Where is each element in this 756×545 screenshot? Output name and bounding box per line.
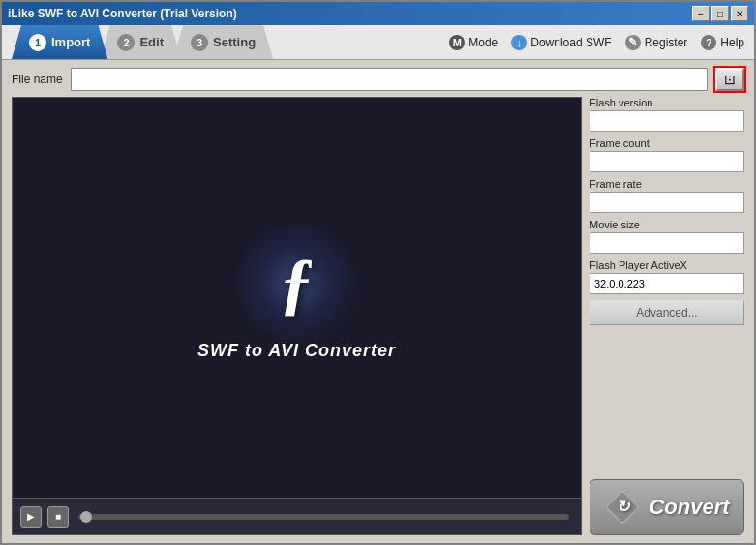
- flash-version-input[interactable]: [590, 110, 744, 132]
- content-row: ƒ SWF to AVI Converter ▶ ■: [12, 97, 744, 535]
- flash-version-label: Flash version: [590, 97, 744, 108]
- convert-icon: ↻: [604, 489, 641, 526]
- mode-icon: M: [449, 35, 465, 50]
- tab-import-num: 1: [29, 34, 46, 51]
- frame-count-input[interactable]: [590, 151, 744, 172]
- movie-size-input[interactable]: [590, 232, 744, 254]
- maximize-button[interactable]: □: [711, 6, 729, 21]
- progress-track[interactable]: [78, 514, 569, 520]
- toolbar-right: M Mode ↓ Download SWF ✎ Register ? Help: [449, 35, 744, 50]
- toolbar: 1 Import 2 Edit 3 Setting M Mode ↓ Downl…: [2, 25, 754, 60]
- help-button[interactable]: ? Help: [701, 35, 744, 50]
- browse-button[interactable]: ⊡: [715, 68, 744, 91]
- flash-icon-wrapper: ƒ: [248, 234, 345, 331]
- frame-rate-field: Frame rate: [590, 178, 744, 213]
- close-button[interactable]: ✕: [731, 6, 748, 21]
- tab-setting-num: 3: [191, 34, 208, 51]
- tab-import-label: Import: [51, 35, 90, 49]
- file-name-label: File name: [12, 73, 63, 86]
- frame-count-field: Frame count: [590, 137, 744, 172]
- play-icon: ▶: [27, 511, 35, 522]
- advanced-button[interactable]: Advanced...: [590, 300, 744, 325]
- browse-icon: ⊡: [724, 72, 736, 87]
- tab-setting[interactable]: 3 Setting: [173, 25, 273, 59]
- window-title: iLike SWF to AVI Converter (Trial Versio…: [8, 7, 237, 20]
- info-panel: Flash version Frame count Frame rate Mov…: [590, 97, 744, 535]
- convert-diamond-svg: ↻: [604, 489, 641, 526]
- frame-rate-label: Frame rate: [590, 178, 744, 190]
- file-name-input[interactable]: [71, 68, 708, 91]
- svg-text:↻: ↻: [617, 499, 631, 515]
- flash-letter: ƒ: [279, 243, 314, 323]
- convert-label: Convert: [649, 495, 729, 520]
- movie-size-label: Movie size: [590, 219, 744, 230]
- advanced-label: Advanced...: [636, 306, 697, 319]
- convert-button[interactable]: ↻ Convert: [590, 479, 744, 535]
- stop-button[interactable]: ■: [47, 506, 69, 528]
- flash-version-field: Flash version: [590, 97, 744, 132]
- tab-setting-label: Setting: [213, 35, 256, 49]
- tab-edit-label: Edit: [139, 35, 164, 49]
- flash-player-field: Flash Player ActiveX: [590, 259, 744, 294]
- download-label: Download SWF: [530, 36, 611, 49]
- mode-button[interactable]: M Mode: [449, 35, 498, 50]
- tab-edit-num: 2: [117, 34, 135, 51]
- help-label: Help: [720, 36, 744, 49]
- tab-import[interactable]: 1 Import: [12, 25, 107, 59]
- player-bar: ▶ ■: [12, 499, 582, 535]
- frame-count-label: Frame count: [590, 137, 744, 149]
- title-bar-controls: − □ ✕: [692, 6, 748, 21]
- progress-thumb: [80, 511, 92, 523]
- register-label: Register: [645, 36, 688, 49]
- play-button[interactable]: ▶: [20, 506, 42, 528]
- main-content: File name ⊡ ƒ SWF to AVI Converter: [2, 60, 754, 543]
- flash-logo: ƒ SWF to AVI Converter: [197, 234, 396, 361]
- minimize-button[interactable]: −: [692, 6, 710, 21]
- tab-group: 1 Import 2 Edit 3 Setting: [12, 25, 265, 59]
- download-swf-button[interactable]: ↓ Download SWF: [511, 35, 611, 50]
- mode-label: Mode: [469, 36, 498, 49]
- flash-player-input[interactable]: [590, 273, 744, 294]
- title-bar: iLike SWF to AVI Converter (Trial Versio…: [2, 2, 754, 25]
- movie-size-field: Movie size: [590, 219, 744, 254]
- register-button[interactable]: ✎ Register: [625, 35, 688, 50]
- frame-rate-input[interactable]: [590, 192, 744, 213]
- help-icon: ?: [701, 35, 716, 50]
- preview-area: ƒ SWF to AVI Converter: [12, 97, 582, 499]
- app-window: iLike SWF to AVI Converter (Trial Versio…: [0, 0, 756, 545]
- tab-edit[interactable]: 2 Edit: [100, 25, 181, 59]
- file-name-row: File name ⊡: [12, 68, 744, 91]
- stop-icon: ■: [55, 511, 61, 522]
- download-icon: ↓: [511, 35, 527, 50]
- flash-player-label: Flash Player ActiveX: [590, 259, 744, 271]
- preview-panel: ƒ SWF to AVI Converter ▶ ■: [12, 97, 582, 535]
- register-icon: ✎: [625, 35, 641, 50]
